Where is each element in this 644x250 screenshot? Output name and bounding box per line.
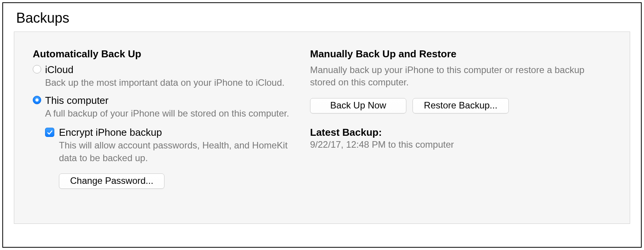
radio-icloud-content: iCloud Back up the most important data o… <box>45 64 302 89</box>
radio-this-computer-desc: A full backup of your iPhone will be sto… <box>45 107 302 120</box>
radio-icloud-indicator <box>33 65 41 73</box>
automatic-backup-column: Automatically Back Up iCloud Back up the… <box>33 48 310 212</box>
manual-button-row: Back Up Now Restore Backup... <box>310 98 611 113</box>
encrypt-backup-checkbox[interactable]: Encrypt iPhone backup This will allow ac… <box>45 127 302 164</box>
radio-icloud-desc: Back up the most important data on your … <box>45 77 302 89</box>
latest-backup-heading: Latest Backup: <box>310 127 611 138</box>
change-password-wrap: Change Password... <box>59 173 302 189</box>
radio-this-computer[interactable]: This computer A full backup of your iPho… <box>33 95 302 120</box>
radio-this-computer-content: This computer A full backup of your iPho… <box>45 95 302 120</box>
checkmark-icon <box>47 129 53 136</box>
encrypt-checkbox-indicator <box>45 128 54 137</box>
manual-backup-column: Manually Back Up and Restore Manually ba… <box>310 48 611 212</box>
radio-selected-dot-icon <box>35 98 39 102</box>
radio-icloud[interactable]: iCloud Back up the most important data o… <box>33 64 302 89</box>
backups-panel: Automatically Back Up iCloud Back up the… <box>14 32 630 224</box>
latest-backup-value: 9/22/17, 12:48 PM to this computer <box>310 139 611 150</box>
restore-backup-button[interactable]: Restore Backup... <box>413 98 509 113</box>
radio-icloud-label: iCloud <box>45 64 302 76</box>
encrypt-checkbox-label: Encrypt iPhone backup <box>59 127 302 138</box>
radio-this-computer-label: This computer <box>45 95 302 107</box>
manual-backup-heading: Manually Back Up and Restore <box>310 48 611 60</box>
radio-this-computer-indicator <box>33 96 41 104</box>
backup-now-button[interactable]: Back Up Now <box>310 98 406 113</box>
change-password-button[interactable]: Change Password... <box>59 173 164 189</box>
manual-backup-desc: Manually back up your iPhone to this com… <box>310 64 611 89</box>
auto-backup-heading: Automatically Back Up <box>33 48 302 60</box>
section-title: Backups <box>16 10 630 26</box>
encrypt-checkbox-desc: This will allow account passwords, Healt… <box>59 139 302 164</box>
backups-frame: Backups Automatically Back Up iCloud Bac… <box>2 2 642 248</box>
encrypt-checkbox-content: Encrypt iPhone backup This will allow ac… <box>59 127 302 164</box>
